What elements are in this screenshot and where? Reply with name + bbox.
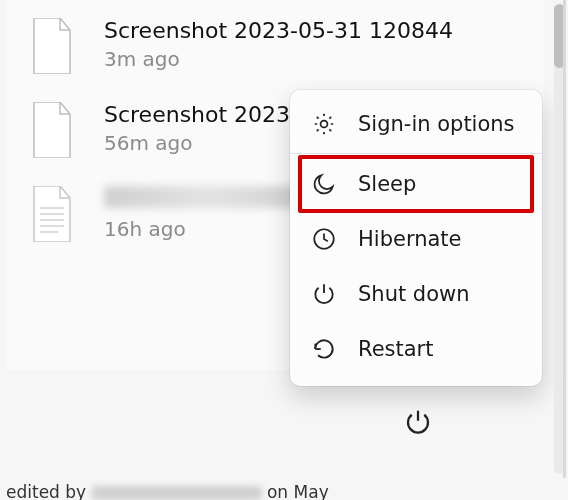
power-button[interactable] xyxy=(396,400,440,444)
footer-redacted xyxy=(92,486,262,500)
menu-sleep[interactable]: Sleep xyxy=(290,156,542,211)
menu-label: Shut down xyxy=(358,282,470,306)
gear-icon xyxy=(310,110,338,138)
footer-caption: edited by on May xyxy=(6,482,526,500)
file-time: 3m ago xyxy=(104,47,538,71)
file-name: Screenshot 2023-05-31 120844 xyxy=(104,18,538,43)
moon-icon xyxy=(310,170,338,198)
menu-label: Sign-in options xyxy=(358,112,515,136)
menu-label: Restart xyxy=(358,337,433,361)
blank-page-icon xyxy=(30,18,74,74)
footer-prefix: edited by xyxy=(6,482,86,500)
svg-point-5 xyxy=(321,120,328,127)
menu-restart[interactable]: Restart xyxy=(290,321,542,376)
power-icon xyxy=(310,280,338,308)
menu-shut-down[interactable]: Shut down xyxy=(290,266,542,321)
menu-label: Sleep xyxy=(358,172,416,196)
lined-page-icon xyxy=(30,186,74,242)
menu-label: Hibernate xyxy=(358,227,461,251)
menu-hibernate[interactable]: Hibernate xyxy=(290,211,542,266)
clock-icon xyxy=(310,225,338,253)
file-row[interactable]: Screenshot 2023-05-31 120844 3m ago xyxy=(6,4,544,88)
blank-page-icon xyxy=(30,102,74,158)
file-meta: Screenshot 2023-05-31 120844 3m ago xyxy=(104,18,538,71)
footer-suffix: on May xyxy=(267,482,329,500)
restart-icon xyxy=(310,335,338,363)
power-menu: Sign-in options Sleep Hibernate Shut dow… xyxy=(290,90,542,386)
scroll-indicator xyxy=(563,0,566,478)
menu-separator xyxy=(290,153,542,154)
menu-sign-in-options[interactable]: Sign-in options xyxy=(290,96,542,151)
